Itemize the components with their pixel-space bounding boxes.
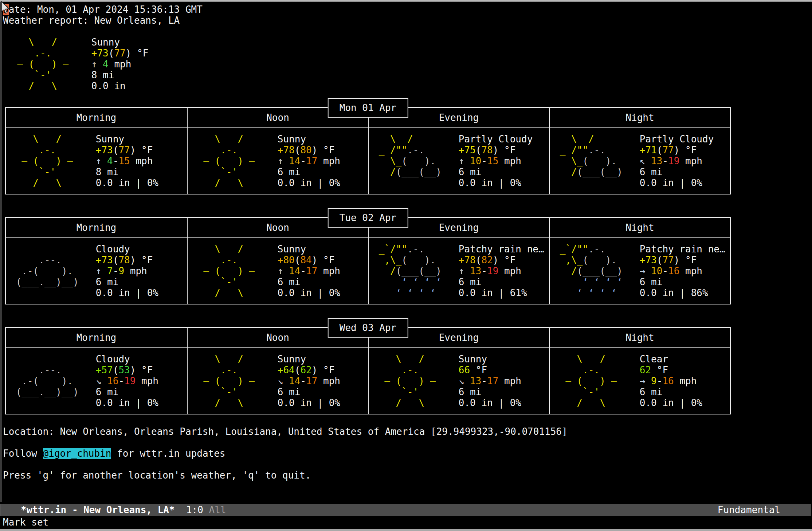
sunny-ascii-icon: \ / .-. ― ( ) ― `-' / \ [192, 134, 278, 188]
twitter-handle: @igor_chubin [43, 448, 111, 459]
sunny-ascii-icon: \ / .-. ― ( ) ― `-' / \ [373, 354, 459, 408]
forecast-cell-morning: .--. .-( ). (___.__)__) Cloudy+57(53) °F… [6, 348, 187, 414]
forecast-cell-evening: \ / .-. ― ( ) ― `-' / \Sunny66 °F↘ 13-17… [368, 348, 549, 414]
forecast-cell-night: _`/"".-. ,\_( ). /(___(__) ‘ ‘ ‘ ‘ ‘ ‘ ‘… [549, 238, 730, 304]
forecast-cell-morning: .--. .-( ). (___.__)__) Cloudy+73(78) °F… [6, 238, 187, 304]
sunny-ascii-icon: \ / .-. ― ( ) ― `-' / \ [192, 354, 278, 408]
forecast-cell-noon: \ / .-. ― ( ) ― `-' / \Sunny+64(62) °F↘ … [187, 348, 368, 414]
period-header-morning: Morning [6, 108, 187, 127]
sunny-ascii-icon: \ / .-. ― ( ) ― `-' / \ [192, 244, 278, 298]
follow-line: Follow @igor_chubin for wttr.in updates [3, 448, 812, 459]
period-header-night: Night [549, 218, 730, 237]
period-header-morning: Morning [6, 328, 187, 347]
forecast-cell-noon: \ / .-. ― ( ) ― `-' / \Sunny+78(80) °F↑ … [187, 128, 368, 194]
report-line: Weather report: New Orleans, LA [3, 15, 812, 26]
help-line: Press 'g' for another location's weather… [3, 470, 812, 481]
partly-cloudy-ascii-icon: \ / _ /"".-. \_( ). /(___(__) [554, 134, 640, 188]
buffer-name: *wttr.in - New Orleans, LA* [0, 504, 175, 516]
scroll-indicator: All [209, 504, 226, 515]
weather-text: Cloudy+73(78) °F↑ 7-9 mph6 mi0.0 in | 0% [96, 244, 158, 298]
period-header-night: Night [549, 328, 730, 347]
cloudy-ascii-icon: .--. .-( ). (___.__)__) [10, 244, 96, 298]
sunny-ascii-icon: \ / .-. ― ( ) ― `-' / \ [6, 37, 91, 91]
major-mode: Fundamental [718, 504, 780, 516]
forecast-table-wed-03-apr: Wed 03 AprMorningNoonEveningNight .--. .… [5, 327, 731, 414]
forecast-cell-night: \ / _ /"".-. \_( ). /(___(__) Partly Clo… [549, 128, 730, 194]
forecast-cell-night: \ / .-. ― ( ) ― `-' / \Clear62 °F→ 9-16 … [549, 348, 730, 414]
forecast-cell-noon: \ / .-. ― ( ) ― `-' / \Sunny+80(84) °F↑ … [187, 238, 368, 304]
patchy-rain-ascii-icon: _`/"".-. ,\_( ). /(___(__) ‘ ‘ ‘ ‘ ‘ ‘ ‘… [554, 244, 640, 298]
weather-text: Patchy rain ne…+78(82) °F↑ 13-19 mph6 mi… [459, 244, 544, 298]
weather-text: Sunny+78(80) °F↑ 14-17 mph6 mi0.0 in | 0… [278, 134, 340, 188]
window-bottom-edge [0, 529, 812, 531]
forecast-tables: Mon 01 AprMorningNoonEveningNight \ / .-… [5, 107, 812, 414]
wttr-buffer[interactable]: Date: Mon, 01 Apr 2024 15:36:13 GMT Weat… [0, 2, 812, 502]
weather-text: Sunny+73(77) °F↑ 4 mph8 mi0.0 in [91, 37, 149, 91]
period-header-morning: Morning [6, 218, 187, 237]
weather-text: Patchy rain ne…+73(77) °F→ 10-16 mph6 mi… [640, 244, 725, 298]
forecast-table-mon-01-apr: Mon 01 AprMorningNoonEveningNight \ / .-… [5, 107, 731, 194]
current-conditions: \ / .-. ― ( ) ― `-' / \Sunny+73(77) °F↑ … [3, 37, 812, 91]
weather-text: Partly Cloudy+71(77) °F↖ 13-19 mph6 mi0.… [640, 134, 714, 188]
cursor-position: 1:0 [186, 504, 203, 515]
weather-text: Sunny66 °F↘ 13-17 mph6 mi0.0 in | 0% [459, 354, 521, 408]
sunny-ascii-icon: \ / .-. ― ( ) ― `-' / \ [10, 134, 96, 188]
mouse-pointer-icon [1, 1, 12, 15]
mode-line[interactable]: *wttr.in - New Orleans, LA* 1:0 AllFunda… [0, 504, 811, 516]
weather-text: Sunny+64(62) °F↘ 14-17 mph6 mi0.0 in | 0… [278, 354, 340, 408]
cloudy-ascii-icon: .--. .-( ). (___.__)__) [10, 354, 96, 408]
period-header-night: Night [549, 108, 730, 127]
location-line: Location: New Orleans, Orleans Parish, L… [3, 426, 812, 437]
forecast-cell-morning: \ / .-. ― ( ) ― `-' / \Sunny+73(77) °F↑ … [6, 128, 187, 194]
weather-text: Cloudy+57(53) °F↘ 16-19 mph6 mi0.0 in | … [96, 354, 158, 408]
emacs-frame: Date: Mon, 01 Apr 2024 15:36:13 GMT Weat… [0, 0, 812, 531]
patchy-rain-ascii-icon: _`/"".-. ,\_( ). /(___(__) ‘ ‘ ‘ ‘ ‘ ‘ ‘… [373, 244, 459, 298]
forecast-table-tue-02-apr: Tue 02 AprMorningNoonEveningNight .--. .… [5, 217, 731, 304]
sunny-ascii-icon: \ / .-. ― ( ) ― `-' / \ [554, 354, 640, 408]
forecast-cell-evening: \ / _ /"".-. \_( ). /(___(__) Partly Clo… [368, 128, 549, 194]
weather-text: Partly Cloudy+75(78) °F↑ 10-15 mph6 mi0.… [459, 134, 533, 188]
partly-cloudy-ascii-icon: \ / _ /"".-. \_( ). /(___(__) [373, 134, 459, 188]
forecast-date-label: Tue 02 Apr [328, 208, 408, 228]
weather-text: Sunny+80(84) °F↑ 14-17 mph6 mi0.0 in | 0… [278, 244, 340, 298]
weather-text: Clear62 °F→ 9-16 mph6 mi0.0 in | 0% [640, 354, 702, 408]
forecast-date-label: Wed 03 Apr [328, 318, 408, 338]
echo-area: Mark set [3, 516, 812, 529]
weather-text: Sunny+73(77) °F↑ 4-15 mph8 mi0.0 in | 0% [96, 134, 158, 188]
date-line: Date: Mon, 01 Apr 2024 15:36:13 GMT [3, 4, 812, 15]
forecast-cell-evening: _`/"".-. ,\_( ). /(___(__) ‘ ‘ ‘ ‘ ‘ ‘ ‘… [368, 238, 549, 304]
forecast-date-label: Mon 01 Apr [328, 98, 408, 118]
